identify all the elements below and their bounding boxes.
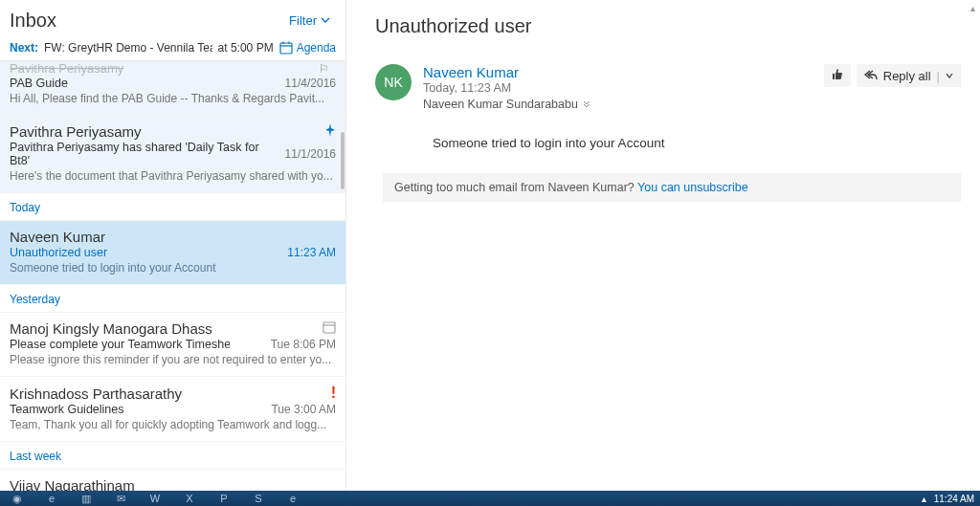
next-event-time: at 5:00 PM	[218, 41, 274, 55]
next-event-title: FW: GreytHR Demo - Vennila Team	[44, 41, 212, 55]
chevron-down-icon	[321, 13, 330, 28]
message-preview: Hi All, Please find the PAB Guide -- Tha…	[10, 92, 336, 105]
message-item-selected[interactable]: Naveen Kumar Unauthorized user 11:23 AM …	[0, 221, 345, 285]
recipient-name: Naveen Kumar Sundarababu	[423, 98, 578, 111]
filter-dropdown[interactable]: Filter	[289, 13, 330, 28]
reply-all-label: Reply all	[883, 69, 931, 83]
message-preview: Team, Thank you all for quickly adopting…	[10, 418, 336, 431]
message-preview: Someone tried to login into your Account	[10, 261, 336, 275]
next-label: Next:	[10, 41, 38, 55]
message-item[interactable]: Vijay Nagarathinam	[0, 470, 345, 491]
mail-subject: Unauthorized user	[375, 15, 961, 37]
taskbar-tray: ▴ 11:24 AM	[922, 494, 974, 504]
taskbar-apps: ◉ e ▥ ✉ W X P S e	[0, 491, 310, 506]
reply-all-button[interactable]: Reply all |	[857, 64, 961, 87]
message-sender: Krishnadoss Parthasarathy	[10, 385, 182, 402]
outlook-web-app: Inbox Filter Next: FW: GreytHR Demo - Ve…	[0, 0, 980, 491]
message-subject: PAB Guide	[10, 77, 68, 90]
message-time: Tue 8:06 PM	[271, 338, 336, 351]
group-header-yesterday[interactable]: Yesterday	[0, 285, 345, 313]
scroll-up-arrow-icon[interactable]: ▴	[965, 0, 980, 15]
message-sender: Vijay Nagarathinam	[10, 477, 135, 491]
svg-rect-4	[323, 322, 335, 333]
action-divider: |	[937, 69, 940, 83]
message-time: 11:23 AM	[287, 246, 336, 259]
message-item[interactable]: Pavithra Periyasamy ⚐ PAB Guide 11/4/201…	[0, 61, 345, 116]
message-sender: Pavithra Periyasamy	[10, 123, 142, 140]
reading-pane: ▴ Unauthorized user NK Naveen Kumar Toda…	[346, 0, 980, 491]
group-header-today[interactable]: Today	[0, 193, 345, 221]
group-header-last-week[interactable]: Last week	[0, 442, 345, 470]
message-list-pane: Inbox Filter Next: FW: GreytHR Demo - Ve…	[0, 0, 346, 491]
excel-icon[interactable]: X	[172, 491, 207, 506]
ie-icon[interactable]: e	[34, 491, 69, 506]
skype-icon[interactable]: S	[241, 491, 276, 506]
filter-label: Filter	[289, 13, 317, 28]
reply-all-icon	[864, 69, 878, 83]
svg-rect-0	[280, 43, 292, 54]
expand-recipients-icon[interactable]	[582, 99, 591, 110]
powerpoint-icon[interactable]: P	[207, 491, 241, 506]
message-subject: Unauthorized user	[10, 246, 107, 259]
message-subject: Teamwork Guidelines	[10, 403, 124, 416]
mail-actions: Reply all |	[824, 64, 961, 87]
message-sender: Pavithra Periyasamy	[10, 61, 123, 76]
message-time: 11/4/2016	[285, 77, 336, 90]
word-icon[interactable]: W	[138, 491, 172, 506]
message-subject: Please complete your Teamwork Timesheet …	[10, 338, 230, 351]
message-sender: Naveen Kumar	[10, 229, 105, 245]
up-next-bar[interactable]: Next: FW: GreytHR Demo - Vennila Team at…	[0, 37, 345, 61]
start-button-icon[interactable]: ◉	[0, 491, 34, 506]
message-preview: Here's the document that Pavithra Periya…	[10, 169, 336, 183]
importance-high-icon: !	[331, 385, 336, 402]
list-header: Inbox Filter	[0, 0, 345, 37]
thumbs-up-icon	[831, 68, 843, 83]
message-sender: Manoj Kingsly Manogara Dhass	[10, 320, 212, 337]
message-subject: Pavithra Periyasamy has shared 'Daily Ta…	[10, 141, 278, 167]
windows-taskbar[interactable]: ◉ e ▥ ✉ W X P S e ▴ 11:24 AM	[0, 491, 980, 506]
folder-title: Inbox	[10, 10, 56, 32]
explorer-icon[interactable]: ▥	[69, 491, 103, 506]
mail-header: NK Naveen Kumar Today, 11:23 AM Naveen K…	[375, 64, 961, 111]
pin-icon[interactable]	[324, 123, 336, 140]
sender-avatar[interactable]: NK	[375, 64, 412, 100]
unsubscribe-text: Getting too much email from Naveen Kumar…	[394, 181, 637, 194]
unsubscribe-bar: Getting too much email from Naveen Kumar…	[383, 173, 961, 202]
scrollbar-thumb[interactable]	[341, 132, 345, 189]
mail-body: Someone tried to login into your Account	[433, 136, 961, 150]
tray-chevron-up-icon[interactable]: ▴	[922, 494, 926, 504]
recipients-line[interactable]: Naveen Kumar Sundarababu	[423, 98, 961, 111]
flag-icon[interactable]: ⚐	[319, 62, 336, 76]
agenda-label: Agenda	[297, 41, 336, 55]
message-item[interactable]: Krishnadoss Parthasarathy ! Teamwork Gui…	[0, 377, 345, 442]
message-time: Tue 3:00 AM	[271, 403, 336, 416]
outlook-icon[interactable]: ✉	[103, 491, 138, 506]
unsubscribe-link[interactable]: You can unsubscribe	[637, 181, 748, 194]
agenda-link[interactable]: Agenda	[279, 41, 336, 55]
message-preview: Please ignore this reminder if you are n…	[10, 353, 336, 366]
message-time: 11/1/2016	[285, 147, 336, 161]
calendar-icon	[279, 41, 293, 55]
like-button[interactable]	[824, 64, 851, 87]
chevron-down-icon[interactable]	[946, 71, 953, 81]
taskbar-clock[interactable]: 11:24 AM	[934, 494, 974, 504]
mail-body-text: Someone tried to login into your Account	[433, 136, 664, 150]
message-item[interactable]: Pavithra Periyasamy Pavithra Periyasamy …	[0, 116, 345, 193]
edge-icon[interactable]: e	[276, 491, 310, 506]
message-item[interactable]: Manoj Kingsly Manogara Dhass Please comp…	[0, 313, 345, 377]
message-list[interactable]: Pavithra Periyasamy ⚐ PAB Guide 11/4/201…	[0, 61, 345, 491]
calendar-icon	[323, 320, 336, 337]
